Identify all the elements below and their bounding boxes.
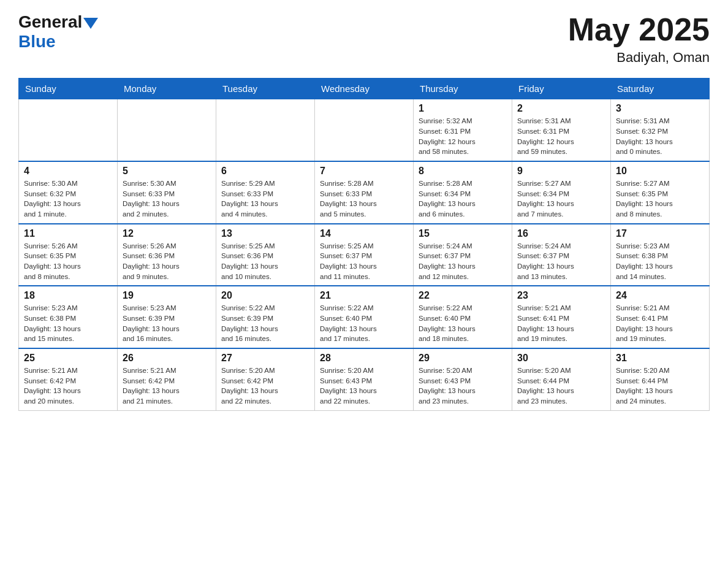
day-info: Sunrise: 5:31 AM Sunset: 6:31 PM Dayligh… <box>517 116 605 157</box>
day-info: Sunrise: 5:21 AM Sunset: 6:41 PM Dayligh… <box>616 303 704 344</box>
calendar-cell: 26Sunrise: 5:21 AM Sunset: 6:42 PM Dayli… <box>118 348 216 410</box>
calendar-cell: 27Sunrise: 5:20 AM Sunset: 6:42 PM Dayli… <box>216 348 315 410</box>
weekday-header-monday: Monday <box>118 79 216 99</box>
logo-triangle-icon <box>83 18 98 29</box>
calendar-week-row: 18Sunrise: 5:23 AM Sunset: 6:38 PM Dayli… <box>19 286 710 348</box>
day-number: 16 <box>517 228 605 239</box>
calendar-cell: 16Sunrise: 5:24 AM Sunset: 6:37 PM Dayli… <box>512 224 611 286</box>
calendar-cell: 4Sunrise: 5:30 AM Sunset: 6:32 PM Daylig… <box>19 161 118 224</box>
day-info: Sunrise: 5:21 AM Sunset: 6:41 PM Dayligh… <box>517 303 605 344</box>
calendar-cell: 20Sunrise: 5:22 AM Sunset: 6:39 PM Dayli… <box>216 286 315 348</box>
day-info: Sunrise: 5:23 AM Sunset: 6:39 PM Dayligh… <box>123 303 211 344</box>
calendar-cell: 7Sunrise: 5:28 AM Sunset: 6:33 PM Daylig… <box>315 161 414 224</box>
day-number: 19 <box>123 290 211 301</box>
day-number: 10 <box>616 166 704 177</box>
day-info: Sunrise: 5:25 AM Sunset: 6:36 PM Dayligh… <box>221 241 309 282</box>
day-info: Sunrise: 5:22 AM Sunset: 6:40 PM Dayligh… <box>320 303 408 344</box>
day-number: 4 <box>24 166 112 177</box>
calendar-cell: 11Sunrise: 5:26 AM Sunset: 6:35 PM Dayli… <box>19 224 118 286</box>
calendar-week-row: 11Sunrise: 5:26 AM Sunset: 6:35 PM Dayli… <box>19 224 710 286</box>
day-number: 31 <box>616 353 704 364</box>
calendar-table: SundayMondayTuesdayWednesdayThursdayFrid… <box>18 78 710 410</box>
weekday-header-thursday: Thursday <box>414 79 512 99</box>
day-number: 3 <box>616 103 704 114</box>
calendar-week-row: 25Sunrise: 5:21 AM Sunset: 6:42 PM Dayli… <box>19 348 710 410</box>
day-number: 27 <box>221 353 309 364</box>
day-number: 18 <box>24 290 112 301</box>
day-info: Sunrise: 5:26 AM Sunset: 6:36 PM Dayligh… <box>123 241 211 282</box>
day-info: Sunrise: 5:20 AM Sunset: 6:42 PM Dayligh… <box>221 366 309 407</box>
calendar-cell: 24Sunrise: 5:21 AM Sunset: 6:41 PM Dayli… <box>611 286 710 348</box>
day-info: Sunrise: 5:22 AM Sunset: 6:40 PM Dayligh… <box>419 303 507 344</box>
day-info: Sunrise: 5:30 AM Sunset: 6:33 PM Dayligh… <box>123 178 211 220</box>
day-info: Sunrise: 5:32 AM Sunset: 6:31 PM Dayligh… <box>419 116 507 157</box>
day-number: 28 <box>320 353 408 364</box>
calendar-week-row: 1Sunrise: 5:32 AM Sunset: 6:31 PM Daylig… <box>19 99 710 161</box>
day-number: 26 <box>123 353 211 364</box>
calendar-cell: 17Sunrise: 5:23 AM Sunset: 6:38 PM Dayli… <box>611 224 710 286</box>
calendar-cell: 12Sunrise: 5:26 AM Sunset: 6:36 PM Dayli… <box>118 224 216 286</box>
calendar-cell: 3Sunrise: 5:31 AM Sunset: 6:32 PM Daylig… <box>611 99 710 161</box>
calendar-cell <box>118 99 216 161</box>
day-number: 20 <box>221 290 309 301</box>
day-number: 25 <box>24 353 112 364</box>
calendar-cell: 25Sunrise: 5:21 AM Sunset: 6:42 PM Dayli… <box>19 348 118 410</box>
weekday-header-friday: Friday <box>512 79 611 99</box>
day-info: Sunrise: 5:26 AM Sunset: 6:35 PM Dayligh… <box>24 241 112 282</box>
day-info: Sunrise: 5:27 AM Sunset: 6:34 PM Dayligh… <box>517 178 605 220</box>
calendar-cell: 18Sunrise: 5:23 AM Sunset: 6:38 PM Dayli… <box>19 286 118 348</box>
day-info: Sunrise: 5:28 AM Sunset: 6:34 PM Dayligh… <box>419 178 507 220</box>
day-number: 30 <box>517 353 605 364</box>
calendar-cell: 1Sunrise: 5:32 AM Sunset: 6:31 PM Daylig… <box>414 99 512 161</box>
calendar-cell: 6Sunrise: 5:29 AM Sunset: 6:33 PM Daylig… <box>216 161 315 224</box>
calendar-cell: 14Sunrise: 5:25 AM Sunset: 6:37 PM Dayli… <box>315 224 414 286</box>
day-number: 1 <box>419 103 507 114</box>
day-number: 9 <box>517 166 605 177</box>
day-number: 17 <box>616 228 704 239</box>
day-info: Sunrise: 5:21 AM Sunset: 6:42 PM Dayligh… <box>123 366 211 407</box>
title-section: May 2025 Badiyah, Oman <box>568 12 710 66</box>
calendar-cell: 22Sunrise: 5:22 AM Sunset: 6:40 PM Dayli… <box>414 286 512 348</box>
day-info: Sunrise: 5:27 AM Sunset: 6:35 PM Dayligh… <box>616 178 704 220</box>
calendar-cell: 29Sunrise: 5:20 AM Sunset: 6:43 PM Dayli… <box>414 348 512 410</box>
day-number: 24 <box>616 290 704 301</box>
day-info: Sunrise: 5:20 AM Sunset: 6:43 PM Dayligh… <box>320 366 408 407</box>
weekday-header-saturday: Saturday <box>611 79 710 99</box>
day-number: 2 <box>517 103 605 114</box>
calendar-cell: 21Sunrise: 5:22 AM Sunset: 6:40 PM Dayli… <box>315 286 414 348</box>
page-header: General Blue May 2025 Badiyah, Oman <box>18 12 710 66</box>
weekday-header-sunday: Sunday <box>19 79 118 99</box>
calendar-cell: 2Sunrise: 5:31 AM Sunset: 6:31 PM Daylig… <box>512 99 611 161</box>
logo-blue-text: Blue <box>18 32 56 51</box>
calendar-cell: 30Sunrise: 5:20 AM Sunset: 6:44 PM Dayli… <box>512 348 611 410</box>
day-info: Sunrise: 5:20 AM Sunset: 6:44 PM Dayligh… <box>616 366 704 407</box>
day-info: Sunrise: 5:21 AM Sunset: 6:42 PM Dayligh… <box>24 366 112 407</box>
day-number: 6 <box>221 166 309 177</box>
calendar-cell: 19Sunrise: 5:23 AM Sunset: 6:39 PM Dayli… <box>118 286 216 348</box>
calendar-cell <box>216 99 315 161</box>
calendar-cell: 15Sunrise: 5:24 AM Sunset: 6:37 PM Dayli… <box>414 224 512 286</box>
day-number: 22 <box>419 290 507 301</box>
day-number: 15 <box>419 228 507 239</box>
logo: General Blue <box>18 12 98 52</box>
calendar-cell: 9Sunrise: 5:27 AM Sunset: 6:34 PM Daylig… <box>512 161 611 224</box>
calendar-cell: 31Sunrise: 5:20 AM Sunset: 6:44 PM Dayli… <box>611 348 710 410</box>
day-info: Sunrise: 5:25 AM Sunset: 6:37 PM Dayligh… <box>320 241 408 282</box>
day-info: Sunrise: 5:22 AM Sunset: 6:39 PM Dayligh… <box>221 303 309 344</box>
calendar-week-row: 4Sunrise: 5:30 AM Sunset: 6:32 PM Daylig… <box>19 161 710 224</box>
day-number: 5 <box>123 166 211 177</box>
logo-general-text: General <box>18 12 82 32</box>
calendar-cell: 13Sunrise: 5:25 AM Sunset: 6:36 PM Dayli… <box>216 224 315 286</box>
weekday-header-wednesday: Wednesday <box>315 79 414 99</box>
calendar-cell: 23Sunrise: 5:21 AM Sunset: 6:41 PM Dayli… <box>512 286 611 348</box>
day-number: 23 <box>517 290 605 301</box>
calendar-cell <box>315 99 414 161</box>
day-number: 8 <box>419 166 507 177</box>
day-info: Sunrise: 5:20 AM Sunset: 6:44 PM Dayligh… <box>517 366 605 407</box>
month-year-title: May 2025 <box>568 12 710 47</box>
calendar-cell: 5Sunrise: 5:30 AM Sunset: 6:33 PM Daylig… <box>118 161 216 224</box>
calendar-cell: 10Sunrise: 5:27 AM Sunset: 6:35 PM Dayli… <box>611 161 710 224</box>
day-number: 11 <box>24 228 112 239</box>
location-text: Badiyah, Oman <box>568 50 710 66</box>
day-number: 13 <box>221 228 309 239</box>
